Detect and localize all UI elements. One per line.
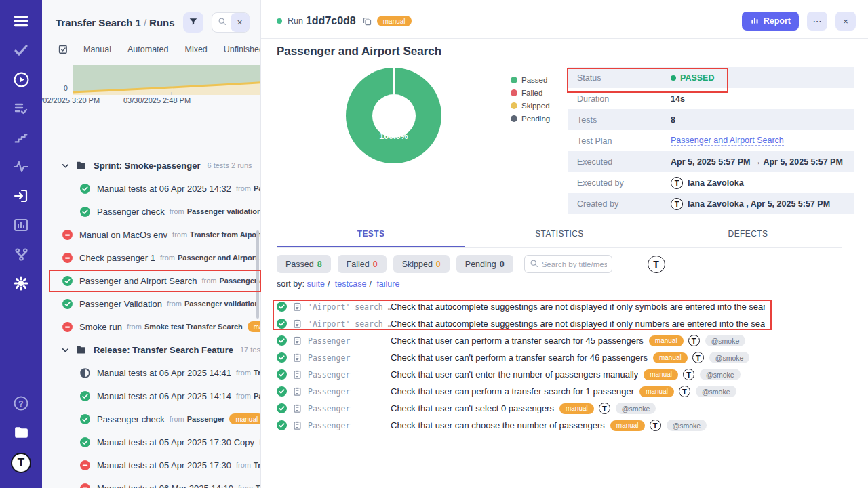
sort-testcase-link[interactable]: testcase (335, 279, 367, 289)
user-avatar: T (671, 198, 683, 210)
assignee-avatar-button[interactable]: T (648, 256, 665, 273)
test-row[interactable]: PassengerCheck that user can't select 0 … (277, 400, 868, 417)
test-title: Check that user can't select 0 passenger… (391, 403, 554, 413)
select-all-icon[interactable] (57, 43, 68, 55)
tree-run-item[interactable]: Check passenger 1fromPassenger and Airpo… (42, 246, 260, 269)
passed-status-icon (277, 369, 287, 380)
tree-run-item[interactable]: Passenger ValidationfromPassenger valida… (42, 292, 260, 315)
tree-folder-item[interactable]: Release: Transfer Search Feature17 tests… (42, 338, 260, 361)
test-row[interactable]: 'Airport' search …Check that autocomplet… (277, 298, 868, 315)
filter-label: Skipped (402, 260, 433, 269)
info-label: Tests (577, 115, 671, 125)
sort-suite-link[interactable]: suite (307, 279, 324, 289)
passed-status-icon (80, 414, 90, 424)
nav-settings[interactable] (12, 274, 31, 292)
copy-icon[interactable] (362, 16, 372, 26)
tree-run-item[interactable]: Manual on MacOs envfromTransfer from Aip… (42, 223, 260, 246)
collapse-caret-icon[interactable] (61, 161, 70, 170)
tree-item-title: Release: Transfer Search Feature (94, 345, 233, 355)
test-row[interactable]: 'Airport' search …Check that autocomplet… (277, 315, 868, 332)
smoke-tag: @smoke (700, 369, 741, 380)
filter-skipped-button[interactable]: Skipped0 (393, 255, 450, 273)
collapse-caret-icon[interactable] (61, 346, 70, 354)
sort-failure-link[interactable]: failure (376, 279, 399, 289)
clipboard-icon (292, 369, 302, 380)
tab-mixed[interactable]: Mixed (184, 45, 207, 54)
nav-steps[interactable] (12, 129, 31, 146)
breadcrumb-project[interactable]: Transfer Search 1 (56, 17, 141, 28)
nav-help[interactable]: ? (12, 394, 31, 412)
tree-run-item[interactable]: Passenger and Airport SearchfromPassenge… (42, 269, 260, 292)
nav-projects-folder[interactable] (12, 424, 31, 441)
test-row[interactable]: PassengerCheck that user can perform a t… (277, 383, 868, 400)
nav-test-list[interactable] (12, 100, 31, 117)
nav-analytics[interactable] (12, 216, 31, 234)
tree-run-item[interactable]: Smoke runfromSmoke test Transfer Searchm… (42, 315, 260, 338)
tree-run-item[interactable]: Passenger checkfromPassengermanual6 test… (42, 407, 260, 430)
tree-run-item[interactable]: Manual tests at 06 Apr 2025 14:32fromPas… (42, 177, 260, 200)
tree-folder-item[interactable]: Sprint: Smoke-passenger6 tests 2 runs (42, 154, 260, 177)
test-suite-name: Passenger (308, 421, 391, 430)
clipboard-icon (292, 403, 302, 413)
search-close-button[interactable]: × (231, 13, 250, 32)
tab-manual[interactable]: Manual (83, 45, 111, 54)
nav-pulse[interactable] (12, 158, 31, 176)
nav-menu[interactable] (12, 12, 31, 30)
filter-failed-button[interactable]: Failed0 (338, 255, 387, 273)
test-row[interactable]: PassengerCheck that user can't perform a… (277, 349, 868, 366)
test-row[interactable]: PassengerCheck that user can choose the … (277, 417, 868, 434)
report-chart-icon (750, 16, 760, 27)
filter-label: Pending (465, 260, 496, 269)
test-row[interactable]: PassengerCheck that user can perform a t… (277, 332, 868, 349)
tree-item-title: Manual tests at 06 Apr 2025 14:41 (97, 368, 231, 378)
tree-run-item[interactable]: Manual tests at 06 Mar 2025 14:10fromTra… (42, 476, 260, 488)
tab-tests[interactable]: TESTS (277, 229, 465, 247)
tests-search[interactable] (524, 255, 612, 273)
more-actions-button[interactable]: ⋯ (807, 12, 827, 30)
tree-item-source: Transfer from Aiport (254, 461, 261, 469)
tab-defects[interactable]: DEFECTS (654, 229, 842, 247)
tree-item-title: Check passenger 1 (79, 253, 155, 263)
tree-item-title: Manual tests at 05 Apr 2025 17:30 (97, 460, 231, 470)
test-title: Check that autocomplete suggestings are … (391, 302, 765, 312)
passed-status-icon (277, 352, 287, 363)
passed-status-icon (80, 184, 90, 194)
filter-passed-button[interactable]: Passed8 (277, 255, 331, 273)
tests-search-input[interactable] (542, 260, 607, 268)
tree-run-item[interactable]: Manual tests at 05 Apr 2025 17:30fromTra… (42, 453, 260, 476)
tab-automated[interactable]: Automated (127, 45, 168, 54)
tab-unfinished[interactable]: Unfinished (224, 45, 261, 54)
nav-runs-play[interactable] (12, 70, 31, 88)
tree-run-item[interactable]: Manual tests at 05 Apr 2025 17:30 Copyfr… (42, 430, 260, 453)
nav-branches[interactable] (12, 245, 31, 263)
panel-scrollbar[interactable] (256, 230, 259, 319)
failed-status-icon (62, 322, 73, 332)
search-icon (530, 258, 538, 270)
tab-statistics[interactable]: STATISTICS (465, 229, 654, 247)
filter-count: 0 (373, 260, 378, 269)
info-label: Executed by (577, 178, 671, 188)
tree-run-item[interactable]: Passenger checkfromPassenger validationm… (42, 200, 260, 223)
close-run-button[interactable]: × (835, 12, 856, 30)
assignee-avatar: T (683, 369, 694, 380)
failed-status-icon (80, 460, 90, 470)
tree-item-source: Transfer from Aiport (190, 230, 261, 239)
test-title: Check that user can perform a transfer s… (391, 386, 634, 396)
filter-button[interactable] (183, 12, 203, 33)
x-axis-label-1: 03/02/2025 3:20 PM (42, 96, 100, 104)
tree-run-item[interactable]: Manual tests at 06 Apr 2025 14:41fromTra… (42, 361, 260, 384)
tree-run-item[interactable]: Manual tests at 06 Apr 2025 14:14fromPas… (42, 384, 260, 407)
info-row: Test PlanPassenger and Airport Search (568, 130, 854, 151)
filter-pending-button[interactable]: Pending0 (456, 255, 513, 273)
detail-tabs: TESTSSTATISTICSDEFECTS (277, 229, 842, 248)
tree-item-title: Manual tests at 05 Apr 2025 17:30 Copy (97, 437, 254, 447)
user-avatar: T (671, 177, 683, 189)
test-row[interactable]: PassengerCheck that user can't enter the… (277, 366, 868, 383)
app-logo[interactable]: T (11, 453, 31, 473)
legend-item: Passed (511, 76, 550, 84)
from-label: from (236, 369, 251, 377)
nav-tasks-check[interactable] (12, 41, 31, 59)
test-plan-link[interactable]: Passenger and Airport Search (671, 136, 784, 146)
report-button[interactable]: Report (742, 12, 799, 30)
nav-import[interactable] (12, 187, 31, 205)
